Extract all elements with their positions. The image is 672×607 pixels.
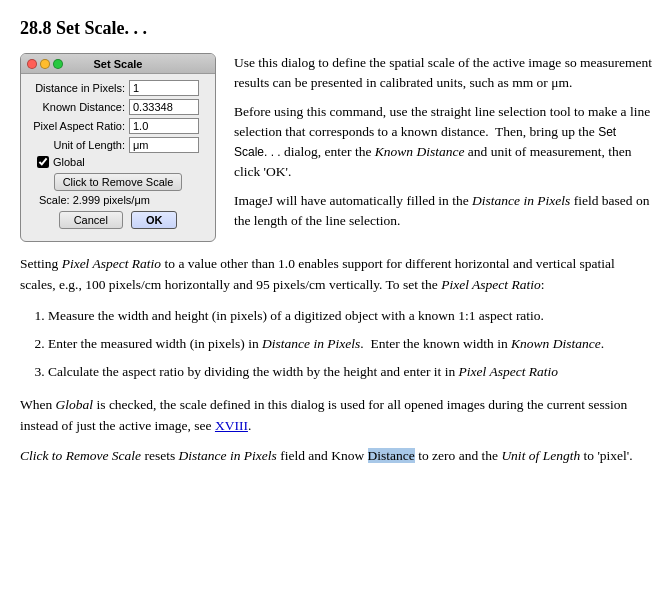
known-distance-row: Known Distance: <box>29 99 207 115</box>
dialog-title-text: Set Scale <box>94 58 143 70</box>
known-distance-label: Known Distance: <box>29 101 129 113</box>
dialog-body: Distance in Pixels: Known Distance: Pixe… <box>21 74 215 233</box>
global-checkbox-row: Global <box>29 156 207 168</box>
pixel-aspect-ratio-label: Pixel Aspect Ratio: <box>29 120 129 132</box>
known-distance-ref2: Known Distance <box>511 336 601 351</box>
page-title: 28.8 Set Scale. . . <box>20 18 652 39</box>
known-distance-input[interactable] <box>129 99 199 115</box>
right-para3: ImageJ will have automatically filled in… <box>234 191 652 232</box>
distance-in-pixels-label: Distance in Pixels: <box>29 82 129 94</box>
unit-of-length-row: Unit of Length: <box>29 137 207 153</box>
unit-of-length-ref: Unit of Length <box>501 448 580 463</box>
global-label: Global <box>53 156 85 168</box>
distance-in-pixels-row: Distance in Pixels: <box>29 80 207 96</box>
maximize-icon[interactable] <box>53 59 63 69</box>
distance-in-pixels-ref: Distance in Pixels <box>472 193 570 208</box>
global-ref: Global <box>56 397 94 412</box>
remove-scale-button[interactable]: Click to Remove Scale <box>54 173 183 191</box>
click-to-remove-scale-ref: Click to Remove Scale <box>20 448 141 463</box>
close-icon[interactable] <box>27 59 37 69</box>
right-para2: Before using this command, use the strai… <box>234 102 652 183</box>
body-para1: Setting Pixel Aspect Ratio to a value ot… <box>20 254 652 296</box>
unit-of-length-input[interactable] <box>129 137 199 153</box>
pixel-aspect-ratio-row: Pixel Aspect Ratio: <box>29 118 207 134</box>
list-item: Measure the width and height (in pixels)… <box>48 306 652 326</box>
set-scale-dialog: Set Scale Distance in Pixels: Known Dist… <box>20 53 216 242</box>
known-distance-ref: Known Distance <box>375 144 465 159</box>
right-para1: Use this dialog to define the spatial sc… <box>234 53 652 94</box>
minimize-icon[interactable] <box>40 59 50 69</box>
pixel-aspect-ratio-input[interactable] <box>129 118 199 134</box>
dialog-footer-buttons: Cancel OK <box>29 211 207 229</box>
cancel-button[interactable]: Cancel <box>59 211 123 229</box>
unit-of-length-label: Unit of Length: <box>29 139 129 151</box>
list-item: Enter the measured width (in pixels) in … <box>48 334 652 354</box>
pixel-aspect-ratio-ref1: Pixel Aspect Ratio <box>62 256 161 271</box>
pixel-aspect-ratio-ref2: Pixel Aspect Ratio <box>441 277 540 292</box>
pixel-aspect-ratio-ref3: Pixel Aspect Ratio <box>459 364 558 379</box>
steps-list: Measure the width and height (in pixels)… <box>48 306 652 383</box>
body-section: Setting Pixel Aspect Ratio to a value ot… <box>20 254 652 467</box>
distance-highlight: Distance <box>368 448 415 463</box>
distance-in-pixels-ref2: Distance in Pixels <box>262 336 360 351</box>
global-checkbox[interactable] <box>37 156 49 168</box>
body-para2: When Global is checked, the scale define… <box>20 395 652 437</box>
list-item: Calculate the aspect ratio by dividing t… <box>48 362 652 382</box>
scale-text: Scale: 2.999 pixels/μm <box>29 194 207 206</box>
dialog-titlebar: Set Scale <box>21 54 215 74</box>
distance-in-pixels-input[interactable] <box>129 80 199 96</box>
remove-scale-button-row: Click to Remove Scale <box>29 173 207 191</box>
ok-button[interactable]: OK <box>131 211 178 229</box>
xviii-link[interactable]: XVIII <box>215 418 248 433</box>
right-description: Use this dialog to define the spatial sc… <box>234 53 652 242</box>
distance-in-pixels-ref3: Distance in Pixels <box>179 448 277 463</box>
body-para3: Click to Remove Scale resets Distance in… <box>20 446 652 467</box>
traffic-lights <box>27 59 63 69</box>
